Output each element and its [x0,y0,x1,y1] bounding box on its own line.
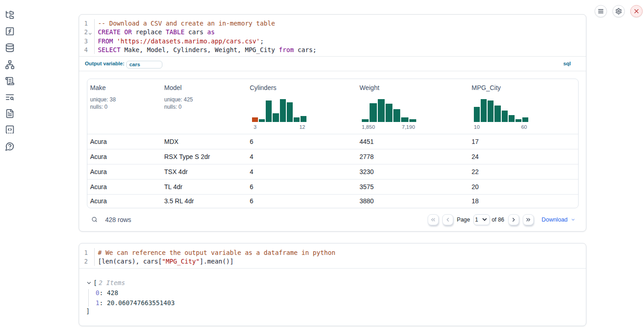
histogram-bar[interactable] [294,117,300,122]
sidebar-item-snippets[interactable] [5,108,15,118]
histogram-bar[interactable] [515,119,521,122]
column-header-Make[interactable]: Makeunique: 38nulls: 0 [87,79,161,134]
code-token: CREATE [98,28,120,36]
code-editor-python[interactable]: 12 # We can reference the output variabl… [79,243,586,269]
settings-button[interactable] [612,5,625,17]
histogram-bar[interactable] [494,106,500,122]
chevron-down-icon[interactable] [86,280,92,286]
histogram-max-label: 12 [299,125,305,130]
histogram-bar[interactable] [370,103,376,122]
code-token: ; [260,37,263,45]
first-page-button[interactable] [428,214,439,225]
histogram-bar[interactable] [488,100,494,122]
tree-entry-separator: : [99,289,107,296]
column-stats: unique: 38nulls: 0 [90,96,159,111]
table-cell: Acura [87,168,161,175]
code-token: as [207,28,215,36]
column-header-Cylinders[interactable]: Cylinders 312 [247,79,357,134]
fold-chevron-icon[interactable] [88,30,92,38]
tree-entry: 1: 20.060747663551403 [96,298,586,308]
column-header-Weight[interactable]: Weight 1,8507,190 [357,79,469,134]
table-row[interactable]: AcuraRSX Type S 2dr4277824 [87,149,578,164]
column-title: Model [164,83,244,92]
data-table: Makeunique: 38nulls: 0Modelunique: 425nu… [87,79,579,208]
code-token: [len(cars), cars[ [98,258,162,265]
menu-button[interactable] [595,5,607,17]
settings-icon [615,8,622,15]
column-title: Make [90,83,159,92]
code-editor-sql[interactable]: 12 34 -- Download a CSV and create an in… [79,15,586,57]
code-token: cars; [294,46,317,53]
tree-root: [ 2 Items [86,278,586,288]
histogram [474,99,528,122]
column-header-MPG_City[interactable]: MPG_City 1060 [469,79,578,134]
page-label: Page [457,217,470,223]
sidebar-item-chat[interactable] [5,141,15,151]
column-header-Model[interactable]: Modelunique: 425nulls: 0 [161,79,247,134]
tree-close-bracket: ] [86,308,586,314]
histogram-bar[interactable] [287,102,293,122]
histogram-bar[interactable] [401,117,408,122]
output-variable-input[interactable] [126,61,162,69]
histogram-bar[interactable] [409,119,416,122]
histogram-bar[interactable] [522,117,528,122]
table-row[interactable]: AcuraMDX6445117 [87,134,578,149]
table-row[interactable]: AcuraTSX 4dr4323022 [87,164,578,180]
table-row[interactable]: Acura3.5 RL 4dr6388018 [87,195,578,208]
histogram-bar[interactable] [362,119,369,122]
histogram-bar[interactable] [481,99,487,122]
histogram-min-label: 3 [254,125,257,130]
sidebar-item-variables[interactable] [5,26,15,36]
histogram-bar[interactable] [509,115,515,122]
code-area[interactable]: -- Download a CSV and create an in-memor… [95,15,586,56]
histogram-min-label: 10 [474,125,480,130]
code-token: SELECT [98,46,120,53]
sidebar-item-scratchpad[interactable] [5,125,15,135]
next-page-button[interactable] [508,214,519,225]
histogram-bar[interactable] [259,119,265,122]
code-token: TABLE [166,28,184,36]
sidebar-item-dependency-graph[interactable] [5,59,15,69]
table-cell: 4 [247,168,357,175]
download-button[interactable]: Download [542,216,575,223]
tree-items-count: 2 Items [99,278,125,288]
tree-open-bracket: [ [93,278,97,288]
histogram-bar[interactable] [301,116,306,122]
scroll-text-icon [5,76,15,86]
tree-value: 428 [107,289,118,296]
histogram-bar[interactable] [280,99,286,122]
search-icon[interactable] [91,217,97,222]
sidebar-item-file-explorer[interactable] [5,10,15,20]
output-variable-label: Output variable: [85,61,125,66]
line-number: 2 [84,257,88,266]
shutdown-button[interactable] [630,5,643,17]
pagination: Page 1 of 86 [428,214,534,225]
sidebar-item-logs[interactable] [5,76,15,86]
code-area[interactable]: # We can reference the output variable a… [95,243,586,268]
table-cell: 4451 [357,138,469,145]
table-cell: 18 [469,197,578,205]
last-page-button[interactable] [523,214,534,225]
page-select[interactable]: 1 [473,214,490,225]
tree-entry-key: 1 [96,299,99,307]
code-line: -- Download a CSV and create an in-memor… [98,19,586,28]
tree-entry-separator: : [99,299,107,307]
table-cell: TL 4dr [161,183,247,190]
histogram-bar[interactable] [502,111,508,122]
histogram-bar[interactable] [266,100,272,122]
table-cell: Acura [87,183,161,190]
line-number: 1 [84,248,88,257]
prev-page-button[interactable] [442,214,453,225]
histogram-bar[interactable] [386,104,392,122]
code-token: OR [124,28,132,36]
chevrons-right-icon [525,217,531,223]
histogram-bar[interactable] [273,113,279,122]
histogram-axis-labels: 1060 [474,125,528,131]
sidebar-item-documentation[interactable] [5,92,15,102]
sidebar-item-data-sources[interactable] [5,42,15,53]
table-row[interactable]: AcuraTL 4dr6357520 [87,180,578,195]
histogram-bar[interactable] [393,109,400,122]
histogram-bar[interactable] [474,107,480,122]
histogram-bar[interactable] [378,99,385,122]
histogram-bar[interactable] [252,117,258,122]
